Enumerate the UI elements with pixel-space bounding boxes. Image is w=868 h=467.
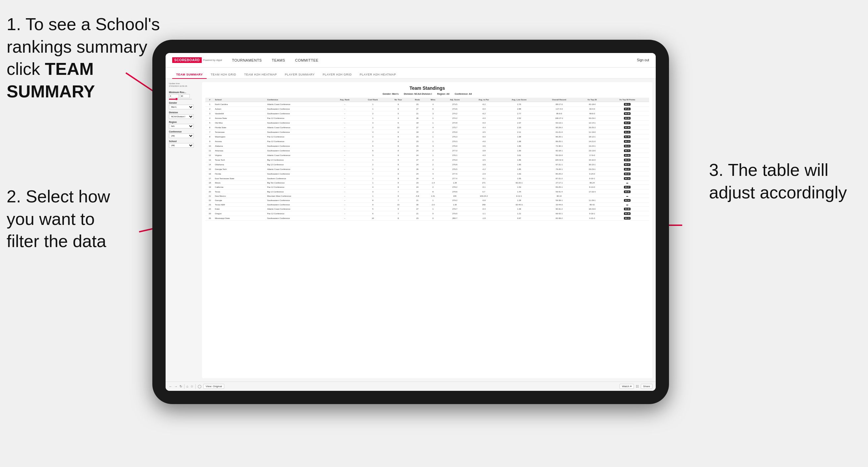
table-row[interactable]: 17East Tennessee StateSouthern Conferenc… — [205, 176, 649, 181]
filter-select-school[interactable]: (All) — [169, 143, 194, 148]
cell-school: New Mexico — [214, 194, 267, 198]
toolbar-clock-icon[interactable]: ◯ — [198, 384, 202, 388]
table-row[interactable]: 23Texas A&MSoutheastern Conference–91030… — [205, 203, 649, 207]
cell-avg-low: 1.98 — [499, 134, 540, 139]
nav-teams[interactable]: TEAMS — [272, 57, 285, 64]
filter-select-region[interactable]: N/A — [169, 124, 194, 128]
cell-school: California — [214, 185, 267, 189]
table-row[interactable]: 21New MexicoMountain West Conference–19-… — [205, 194, 649, 198]
cell-conference: Pac-12 Conference — [267, 139, 331, 144]
table-row[interactable]: 3VanderbiltSoutheastern Conference–25213… — [205, 111, 649, 116]
table-row[interactable]: 11ArkansasSoutheastern Conference–682422… — [205, 148, 649, 153]
cell-overall: 61-21-0 — [539, 130, 579, 134]
cell-vs-top25: 18-12-1 — [579, 134, 606, 139]
cell-wins: 1 — [425, 116, 440, 121]
table-row[interactable]: 4Arizona StatePac-12 Conference–14261274… — [205, 116, 649, 121]
filter-min-rank-from[interactable] — [169, 94, 179, 98]
watch-button[interactable]: Watch ▾ — [620, 384, 634, 389]
table-row[interactable]: 5Ole MissSoutheastern Conference–3618127… — [205, 121, 649, 125]
subnav-player-summary[interactable]: PLAYER SUMMARY — [281, 71, 318, 79]
cell-overall: 86-25-1 — [539, 134, 579, 139]
cell-rnds: 24 — [409, 176, 425, 181]
cell-conference: Pac-12 Conference — [267, 185, 331, 189]
cell-avg-rank: – — [331, 185, 359, 189]
table-row[interactable]: 13Texas TechBig 12 Conference–19272276.0… — [205, 158, 649, 162]
table-row[interactable]: 8WashingtonPac-12 Conference–28231276.3-… — [205, 134, 649, 139]
cell-rank: 21 — [205, 194, 214, 198]
table-row[interactable]: 22GeorgiaSoutheastern Conference–8721127… — [205, 198, 649, 203]
filter-select-conference[interactable]: (All) — [169, 133, 194, 138]
table-row[interactable]: 1North CarolinaAtlantic Coast Conference… — [205, 102, 649, 107]
table-row[interactable]: 12VirginiaAtlantic Coast Conference–3824… — [205, 153, 649, 158]
toolbar-forward-icon[interactable]: → — [174, 384, 178, 388]
cell-no-tour: 5 — [387, 111, 409, 116]
cell-overall: 97-21-1 — [539, 162, 579, 167]
cell-vs-top50: 82.98 — [606, 207, 649, 211]
table-row[interactable]: 16FloridaSoutheastern Conference–7924427… — [205, 172, 649, 176]
nav-tournaments[interactable]: TOURNAMENTS — [232, 57, 261, 64]
cell-overall: 60-39-2 — [539, 216, 579, 221]
cell-rnds: 24 — [409, 185, 425, 189]
table-row[interactable]: 15Georgia TechAtlantic Coast Conference–… — [205, 167, 649, 172]
subnav-player-h2h-heatmap[interactable]: PLAYER H2H HEATMAP — [356, 71, 400, 79]
col-avg-low: Avg. Low Score — [499, 98, 540, 102]
subnav-player-h2h-grid[interactable]: PLAYER H2H GRID — [318, 71, 356, 79]
table-row[interactable]: 24DukeAtlantic Coast Conference–59271279… — [205, 207, 649, 211]
table-row[interactable]: 20TexasBig 12 Conference–37228278.60.71.… — [205, 189, 649, 194]
cell-conference: Southeastern Conference — [267, 198, 331, 203]
table-row[interactable]: 19CaliforniaPac-12 Conference–48242278.2… — [205, 185, 649, 189]
cell-avg-par: -5.1 — [469, 185, 499, 189]
toolbar-reload-icon[interactable]: ↻ — [180, 384, 182, 388]
cell-school: Georgia Tech — [214, 167, 267, 172]
table-row[interactable]: 26Mississippi StateSoutheastern Conferen… — [205, 216, 649, 221]
cell-adj-score: 277.0 — [441, 148, 469, 153]
cell-avg-par: -1.1 — [469, 211, 499, 216]
cell-avg-par: -4.4 — [469, 125, 499, 130]
toolbar-bookmark-icon[interactable]: ☆ — [190, 384, 193, 388]
subnav-team-h2h-heatmap[interactable]: TEAM H2H HEATMAP — [240, 71, 281, 79]
cell-conference: Pac-12 Conference — [267, 116, 331, 121]
toolbar-grid-icon[interactable]: ☷ — [636, 384, 639, 388]
cell-vs-top25: 23-13-0 — [579, 148, 606, 153]
cell-overall: 80-25-2 — [539, 172, 579, 176]
table-row[interactable]: 18IllinoisBig Ten Conference–1923-1.41.2… — [205, 181, 649, 185]
table-row[interactable]: 10AlabamaSoutheastern Conference–5823327… — [205, 144, 649, 148]
table-row[interactable]: 2AuburnSoutheastern Conference–19276273.… — [205, 107, 649, 111]
cell-adj-score: 276.1 — [441, 153, 469, 158]
table-row[interactable]: 6Florida StateAtlantic Coast Conference–… — [205, 125, 649, 130]
slider-track[interactable] — [169, 99, 192, 100]
slider-thumb[interactable] — [176, 98, 178, 100]
cell-no-tour: 9 — [387, 102, 409, 107]
nav-committee[interactable]: COMMITTEE — [295, 57, 318, 64]
sign-out-link[interactable]: Sign out — [637, 58, 649, 62]
cell-overall: 87-21-2 — [539, 176, 579, 181]
cell-overall: 90-31-2 — [539, 207, 579, 211]
cell-wins: 2 — [425, 158, 440, 162]
cell-avg-low: 1.44 — [499, 189, 540, 194]
cell-vs-top50: 80.02 — [606, 172, 649, 176]
share-button[interactable]: Share — [641, 384, 652, 389]
cell-school: Florida — [214, 172, 267, 176]
subnav-team-summary[interactable]: TEAM SUMMARY — [172, 71, 207, 79]
table-filters-row: Gender: Men's Division: NCAA Division I … — [205, 93, 649, 95]
cell-no-tour: 8 — [387, 139, 409, 144]
subnav-team-h2h-grid[interactable]: TEAM H2H GRID — [207, 71, 240, 79]
table-row[interactable]: 25OregonPac-12 Conference–67210279.5-1.1… — [205, 211, 649, 216]
table-row[interactable]: 7TennesseeSoutheastern Conference–461822… — [205, 130, 649, 134]
toolbar-back-icon[interactable]: ← — [169, 384, 172, 388]
filter-min-rank-to[interactable] — [180, 94, 190, 98]
cell-school: Virginia — [214, 153, 267, 158]
table-row[interactable]: 9ArizonaPac-12 Conference–28231276.3-4.6… — [205, 139, 649, 144]
filter-select-division[interactable]: NCAA Division I — [169, 114, 194, 119]
cell-school: Texas A&M — [214, 203, 267, 207]
filter-select-gender[interactable]: Men's — [169, 105, 194, 109]
cell-no-tour: 9 — [387, 107, 409, 111]
cell-vs-top25: 80.42 — [579, 203, 606, 207]
cell-avg-rank: – — [331, 211, 359, 216]
cell-wins: 0 — [425, 211, 440, 216]
cell-avg-rank: – — [331, 116, 359, 121]
cell-overall: 95-29-2 — [539, 125, 579, 130]
view-original-button[interactable]: View: Original — [203, 384, 224, 389]
toolbar-home-icon[interactable]: ⌂ — [186, 384, 188, 388]
table-row[interactable]: 14OklahomaBig 12 Conference–28242276.8-3… — [205, 162, 649, 167]
